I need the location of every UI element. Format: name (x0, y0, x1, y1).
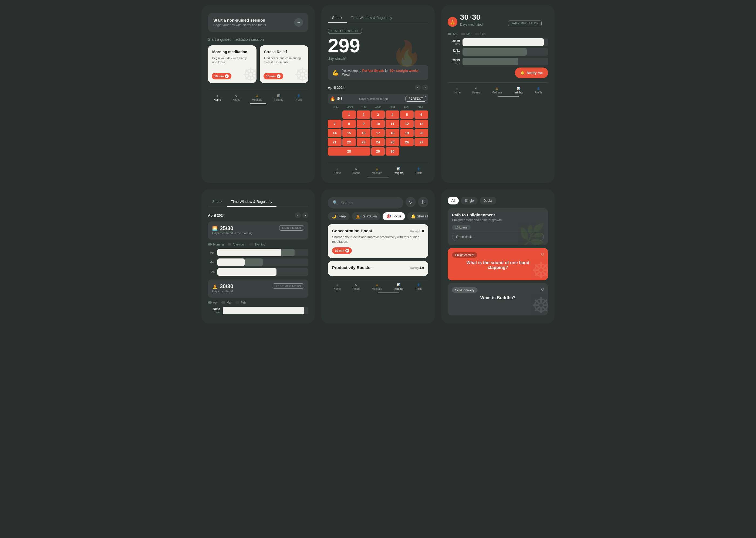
refresh-icon-1[interactable]: ↻ (541, 252, 544, 257)
nav-home-topleft[interactable]: ⌂ Home (214, 94, 221, 101)
refresh-icon-2[interactable]: ↻ (541, 287, 544, 292)
nav-profile-mid[interactable]: 👤 Profile (415, 167, 422, 175)
stress-bg-icon: ☸ (294, 64, 308, 83)
cal-cell: 21 (328, 138, 341, 146)
tab-timewindow-bl[interactable]: Time Window & Regularity (227, 197, 277, 207)
tab-all[interactable]: All (448, 197, 459, 204)
koan-question-2: What is Buddha? (452, 296, 544, 300)
tag-focus[interactable]: 🎯 Focus (382, 212, 405, 220)
nav-meditate-mid[interactable]: 🧘 Meditate (372, 167, 382, 175)
nav-insights-topleft[interactable]: 📊 Insights (274, 94, 283, 101)
nav-meditate-label: Meditate (252, 98, 262, 101)
cal-cell: 22 (342, 138, 356, 146)
flame-icon: 🔥 (391, 39, 422, 68)
days-total: 30 (472, 13, 480, 22)
non-guided-header[interactable]: Start a non-guided session Begin your da… (208, 13, 308, 32)
stress-icon: 🔔 (411, 214, 416, 219)
nav-koans-mid[interactable]: ☯ Koans (352, 167, 360, 175)
bell-icon: 🔔 (520, 71, 525, 75)
cal-next[interactable]: › (422, 84, 428, 90)
koans-icon-bm: ☯ (355, 283, 358, 286)
meditate-icon-tr: 🧘 (495, 87, 498, 90)
label: Insights (394, 287, 403, 290)
bar-feb-track (217, 268, 308, 276)
notify-button[interactable]: 🔔 Notify me (515, 68, 548, 78)
legend-evening: Evening (249, 243, 265, 246)
cal-cell-empty2 (415, 147, 428, 156)
cal-cell: 12 (400, 120, 414, 128)
nav-koans-topleft[interactable]: ☯ Koans (232, 94, 240, 101)
bar-row-1: 30/30 days (448, 38, 548, 46)
nav-profile-tr[interactable]: 👤 Profile (534, 87, 542, 94)
cal-cell-29: 29 (371, 147, 385, 156)
label: Koans (472, 91, 480, 94)
cal-nav-bl: ‹ › (295, 212, 308, 218)
tag-relaxation[interactable]: 🧘 Relaxation (352, 212, 381, 220)
bar-apr-bl: Apr (208, 249, 308, 256)
stress-duration: 10 min (266, 75, 276, 78)
search-bar[interactable]: 🔍 (328, 197, 403, 208)
koan-card-enlightenment[interactable]: Enlightenment ↻ What is the sound of one… (448, 248, 548, 280)
nav-meditate-bm[interactable]: 🧘 Meditate (372, 283, 382, 290)
stress-session-card[interactable]: Stress Relief Find peace and calm during… (260, 45, 308, 83)
home-indicator (250, 103, 266, 104)
bar-days-bl: 30/30 days (208, 307, 308, 314)
legend-dot-morning (208, 243, 212, 245)
koans-icon-tr: ☯ (475, 87, 478, 90)
filter-tabs-br: All Single Decks (448, 197, 548, 204)
nav-meditate-topleft[interactable]: 🧘 Meditate (252, 94, 262, 101)
home-icon-mid: ⌂ (336, 167, 338, 170)
tab-single[interactable]: Single (461, 197, 478, 204)
bottom-nav-middle: ⌂ Home ☯ Koans 🧘 Meditate 📊 Insights 👤 P… (328, 163, 428, 175)
nav-koans-bm[interactable]: ☯ Koans (352, 283, 360, 290)
bar3-label: 29/29 (448, 59, 460, 62)
nav-koans-tr[interactable]: ☯ Koans (472, 87, 480, 94)
morning-section-icon: 🌅 (212, 226, 218, 231)
tab-streak[interactable]: Streak (328, 13, 347, 23)
nav-home-bm[interactable]: ⌂ Home (334, 283, 341, 290)
concentration-boost-card[interactable]: Concentration Boost Rating 5.0 Sharpen y… (328, 224, 428, 258)
streak-society-badge: STREAK SOCIETY (328, 28, 362, 34)
cal-next-bl[interactable]: › (302, 212, 308, 218)
productivity-booster-card[interactable]: Productivity Booster Rating 4.9 (328, 261, 428, 276)
cal-cell: 23 (357, 138, 371, 146)
nav-home-mid[interactable]: ⌂ Home (334, 167, 341, 175)
koan-card-self-discovery[interactable]: Self-Discovery ↻ What is Buddha? ☸ (448, 283, 548, 315)
streak-info-icon: 💪 (332, 70, 339, 76)
legend-afternoon: Afternoon (227, 243, 246, 246)
search-input[interactable] (341, 201, 398, 205)
tag-stress[interactable]: 🔔 Stress Re (407, 212, 428, 220)
nav-profile-bm[interactable]: 👤 Profile (415, 283, 422, 290)
cal-prev[interactable]: ‹ (415, 84, 421, 90)
tab-timewindow[interactable]: Time Window & Regularity (347, 13, 397, 23)
deck-card-enlightenment[interactable]: Path to Enlightenment Enlightenment and … (448, 208, 548, 245)
top-right-card: 🧘 30 / 30 Days meditated DAILY MEDITATOR… (441, 5, 555, 183)
tab-decks[interactable]: Decks (480, 197, 496, 204)
sort-button[interactable]: ⇅ (418, 197, 428, 207)
morning-session-card[interactable]: Morning meditation Begin your day with c… (208, 45, 257, 83)
non-guided-title: Start a non-guided session (213, 18, 267, 23)
calendar: SUN MON TUE WED THU FRI SAT 1 2 3 4 5 6 … (328, 106, 428, 161)
insights-icon: 📊 (277, 94, 280, 97)
nav-insights-tr[interactable]: 📊 Insights (514, 87, 523, 94)
tab-streak-bl[interactable]: Streak (208, 197, 227, 207)
cal-header-bl: April 2024 ‹ › (208, 212, 308, 218)
cal-month: April 2024 (328, 85, 344, 90)
top-middle-card: Streak Time Window & Regularity STREAK S… (321, 5, 435, 183)
label: Profile (415, 172, 422, 175)
tag-sleep[interactable]: 🌙 Sleep (328, 212, 350, 220)
bottom-middle-card: 🔍 ▽ ⇅ 🌙 Sleep 🧘 Relaxation 🎯 Focus 🔔 Str… (321, 189, 435, 324)
session-cards-grid: Morning meditation Begin your day with c… (208, 45, 308, 83)
legend-mar-bl2: Mar (222, 301, 232, 304)
label: Profile (534, 91, 542, 94)
koan-bg-icon-2: ☸ (531, 293, 548, 315)
cal-prev-bl[interactable]: ‹ (295, 212, 301, 218)
non-guided-arrow[interactable]: → (294, 18, 303, 27)
bar-days-fill (223, 307, 304, 314)
nav-insights-bm[interactable]: 📊 Insights (394, 283, 403, 290)
filter-button[interactable]: ▽ (406, 197, 416, 207)
nav-insights-mid[interactable]: 📊 Insights (394, 167, 403, 175)
nav-profile-topleft[interactable]: 👤 Profile (295, 94, 302, 101)
nav-meditate-tr[interactable]: 🧘 Meditate (492, 87, 502, 94)
nav-home-tr[interactable]: ⌂ Home (454, 87, 461, 94)
